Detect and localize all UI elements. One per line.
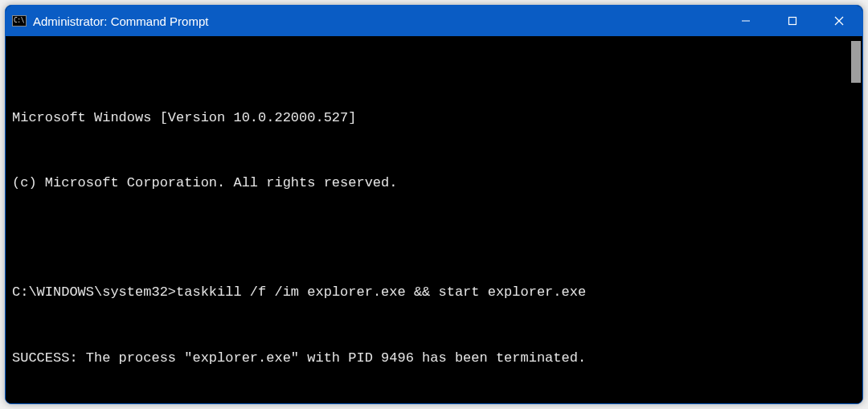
cmd-icon: C:\ [12,14,27,28]
minimize-icon [741,16,751,26]
window-controls [723,6,862,36]
window-title: Administrator: Command Prompt [33,14,208,28]
terminal-line: SUCCESS: The process "explorer.exe" with… [12,347,854,369]
close-button[interactable] [816,6,862,36]
svg-rect-1 [789,18,796,25]
terminal-line: C:\WINDOWS\system32>taskkill /f /im expl… [12,281,854,303]
maximize-icon [788,16,797,26]
maximize-button[interactable] [769,6,816,36]
minimize-button[interactable] [723,6,769,36]
close-icon [834,16,844,26]
scrollbar-thumb[interactable] [851,41,861,83]
terminal-output[interactable]: Microsoft Windows [Version 10.0.22000.52… [6,36,862,403]
title-bar[interactable]: C:\ Administrator: Command Prompt [6,6,862,36]
prompt-path: C:\WINDOWS\system32> [12,284,176,300]
command-text: taskkill /f /im explorer.exe && start ex… [176,284,586,300]
terminal-line: (c) Microsoft Corporation. All rights re… [12,172,854,194]
command-prompt-window: C:\ Administrator: Command Prompt [5,5,863,404]
terminal-line: Microsoft Windows [Version 10.0.22000.52… [12,107,854,129]
